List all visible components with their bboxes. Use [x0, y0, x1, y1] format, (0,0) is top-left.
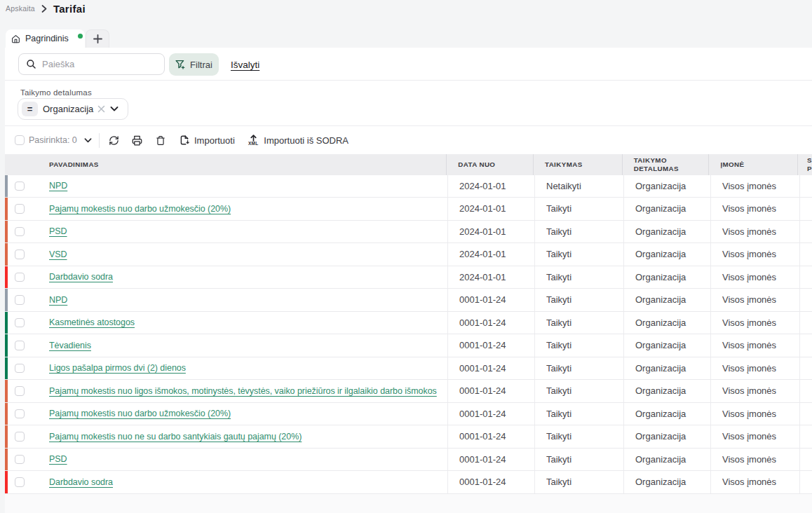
table-row: Ligos pašalpa pirmos dvi (2) dienos 0001…	[5, 357, 812, 381]
row-application: Taikyti	[534, 471, 623, 493]
row-application-detail: Organizacija	[623, 425, 710, 448]
row-checkbox[interactable]	[8, 289, 50, 311]
column-header-data-nuo[interactable]: Data nuo	[446, 154, 533, 175]
row-checkbox[interactable]	[8, 175, 50, 198]
row-checkbox[interactable]	[8, 380, 50, 402]
row-name-link[interactable]: VSD	[49, 249, 67, 259]
row-application-detail: Organizacija	[623, 312, 710, 334]
import-button-label: Importuoti	[194, 135, 235, 146]
row-company: Visos įmonės	[710, 221, 799, 243]
refresh-button[interactable]	[109, 126, 119, 154]
selected-chevron-down-icon[interactable]	[84, 126, 92, 154]
row-checkbox[interactable]	[8, 198, 50, 220]
row-date-from: 2024-01-01	[447, 198, 534, 220]
row-date-from: 0001-01-24	[447, 380, 534, 402]
tab-pagrindinis[interactable]: Pagrindinis	[6, 29, 85, 48]
row-application: Taikyti	[534, 403, 623, 425]
add-tab-button[interactable]	[86, 29, 109, 48]
column-header-taikymo-detalumas[interactable]: Taikymo detalumas	[622, 154, 709, 175]
table-row: Pajamų mokestis nuo darbo užmokesčio (20…	[5, 198, 812, 221]
import-sodra-button-label: Importuoti iš SODRA	[264, 135, 349, 146]
row-company: Visos įmonės	[710, 175, 799, 198]
search-row: Paieška Filtrai Išvalyti	[5, 48, 812, 81]
row-company: Visos įmonės	[710, 312, 799, 334]
row-checkbox[interactable]	[8, 357, 50, 380]
row-name-link[interactable]: NPD	[49, 181, 67, 191]
row-name-link[interactable]: Kasmetinės atostogos	[49, 317, 135, 327]
column-header-taikymas[interactable]: Taikymas	[533, 154, 622, 175]
selected-count-label: Pasirinkta: 0	[29, 126, 77, 154]
row-application: Taikyti	[534, 198, 623, 220]
row-application: Taikyti	[534, 334, 623, 357]
table-row: PSD 0001-01-24 Taikyti Organizacija Viso…	[5, 449, 812, 472]
column-header-imone[interactable]: Įmonė	[708, 154, 797, 175]
column-header-pavadinimas[interactable]: Pavadinimas	[5, 154, 446, 175]
delete-button[interactable]	[156, 126, 165, 154]
filters-button-label: Filtrai	[190, 60, 212, 70]
row-date-from: 2024-01-01	[447, 243, 534, 266]
select-all-checkbox[interactable]	[15, 126, 25, 154]
row-extra-cell	[799, 312, 812, 334]
row-application: Taikyti	[534, 380, 623, 402]
row-date-from: 2024-01-01	[447, 221, 534, 243]
row-name-link[interactable]: Pajamų mokestis nuo darbo užmokesčio (20…	[49, 204, 231, 214]
row-name-link[interactable]: Pajamų mokestis nuo ligos išmokos, motin…	[49, 386, 437, 396]
row-extra-cell	[799, 198, 812, 220]
table-bottom-spacer	[5, 494, 812, 513]
breadcrumb: Apskaita Tarifai	[6, 0, 86, 17]
import-button[interactable]: Importuoti	[180, 126, 235, 154]
import-sodra-button[interactable]: XML Importuoti iš SODRA	[248, 126, 349, 154]
clear-filters-link[interactable]: Išvalyti	[231, 53, 259, 76]
row-name-link[interactable]: NPD	[49, 295, 67, 305]
search-placeholder: Paieška	[42, 59, 74, 69]
row-application: Taikyti	[534, 266, 623, 289]
print-button[interactable]	[132, 126, 142, 154]
row-application: Taikyti	[534, 449, 623, 471]
filter-chevron-down-icon[interactable]	[110, 107, 119, 111]
column-header-clipped[interactable]: S P	[797, 154, 812, 175]
row-checkbox[interactable]	[8, 403, 50, 425]
breadcrumb-parent[interactable]: Apskaita	[6, 4, 35, 13]
filter-remove-icon[interactable]	[97, 105, 105, 113]
row-name-link[interactable]: Tėvadienis	[49, 341, 91, 350]
row-name-link[interactable]: Darbdavio sodra	[49, 272, 113, 282]
row-name-link[interactable]: PSD	[49, 454, 67, 464]
table-row: Darbdavio sodra 2024-01-01 Taikyti Organ…	[5, 266, 812, 289]
row-company: Visos įmonės	[710, 357, 799, 380]
search-input[interactable]: Paieška	[18, 53, 165, 75]
page-title: Tarifai	[53, 3, 86, 15]
app-root: { "breadcrumb": { "parent": "Apskaita", …	[0, 0, 812, 513]
row-name-link[interactable]: PSD	[49, 226, 67, 236]
row-checkbox[interactable]	[8, 221, 50, 243]
row-name-link[interactable]: Ligos pašalpa pirmos dvi (2) dienos	[49, 363, 186, 373]
row-application-detail: Organizacija	[623, 471, 710, 493]
active-filter-row: Taikymo detalumas = Organizacija	[5, 81, 812, 126]
table-row: PSD 2024-01-01 Taikyti Organizacija Viso…	[5, 221, 812, 244]
table-row: NPD 0001-01-24 Taikyti Organizacija Viso…	[5, 289, 812, 312]
row-checkbox[interactable]	[8, 243, 50, 266]
row-company: Visos įmonės	[710, 243, 799, 266]
row-name-link[interactable]: Pajamų mokestis nuo darbo užmokesčio (20…	[49, 409, 231, 418]
tab-bar: Pagrindinis	[6, 29, 109, 48]
refresh-icon	[109, 135, 119, 146]
row-name-link[interactable]: Pajamų mokestis nuo ne su darbo santykia…	[49, 432, 302, 442]
row-application-detail: Organizacija	[623, 266, 710, 289]
row-extra-cell	[799, 221, 812, 243]
row-checkbox[interactable]	[8, 334, 50, 357]
row-extra-cell	[799, 334, 812, 357]
row-checkbox[interactable]	[8, 425, 50, 448]
row-checkbox[interactable]	[8, 471, 50, 493]
row-date-from: 0001-01-24	[447, 403, 534, 425]
row-company: Visos įmonės	[710, 425, 799, 448]
row-application: Taikyti	[534, 221, 623, 243]
table-row: Pajamų mokestis nuo ligos išmokos, motin…	[5, 380, 812, 403]
row-extra-cell	[799, 357, 812, 380]
row-application-detail: Organizacija	[623, 334, 710, 357]
row-name-link[interactable]: Darbdavio sodra	[49, 477, 113, 487]
row-checkbox[interactable]	[8, 312, 50, 334]
row-application: Taikyti	[534, 357, 623, 380]
row-checkbox[interactable]	[8, 266, 50, 289]
filters-button[interactable]: Filtrai	[169, 53, 219, 76]
row-checkbox[interactable]	[8, 449, 50, 471]
active-filter-chip[interactable]: = Organizacija	[18, 98, 128, 120]
